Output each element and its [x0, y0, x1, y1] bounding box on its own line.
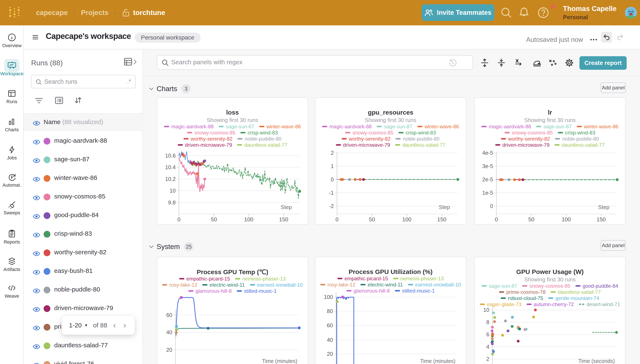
svg-text:-1: -1 [329, 190, 334, 196]
svg-text:Step: Step [439, 204, 450, 210]
svg-text:80: 80 [327, 308, 333, 314]
svg-text:8: 8 [486, 319, 489, 325]
svg-text:Time (minutes): Time (minutes) [420, 358, 456, 364]
svg-text:150: 150 [597, 216, 606, 222]
svg-text:50: 50 [528, 216, 534, 222]
svg-text:100: 100 [562, 216, 571, 222]
svg-text:Step: Step [281, 204, 292, 210]
svg-text:20: 20 [166, 347, 172, 353]
svg-text:1: 1 [331, 163, 334, 169]
svg-text:1e-5: 1e-5 [482, 190, 493, 196]
svg-text:2: 2 [331, 150, 334, 156]
svg-text:-2: -2 [329, 203, 334, 209]
svg-text:100: 100 [324, 294, 333, 300]
svg-text:9.8: 9.8 [168, 200, 176, 206]
svg-text:60: 60 [327, 322, 333, 328]
svg-text:100: 100 [244, 216, 253, 222]
svg-text:6: 6 [486, 332, 489, 337]
svg-text:40: 40 [166, 329, 172, 335]
svg-text:0: 0 [335, 216, 338, 222]
svg-text:2e-5: 2e-5 [482, 176, 493, 182]
svg-text:Time (seconds): Time (seconds) [578, 358, 615, 364]
svg-text:0: 0 [177, 216, 180, 222]
svg-text:4: 4 [486, 344, 489, 350]
svg-text:10.4: 10.4 [165, 164, 176, 170]
svg-text:10: 10 [483, 307, 489, 313]
svg-text:2: 2 [486, 356, 489, 362]
svg-text:0: 0 [331, 176, 334, 182]
svg-text:150: 150 [437, 216, 446, 222]
svg-text:10.2: 10.2 [165, 176, 176, 182]
svg-text:150: 150 [279, 216, 288, 222]
svg-text:40: 40 [327, 337, 333, 343]
svg-text:Time (minutes): Time (minutes) [262, 358, 297, 364]
svg-text:3e-5: 3e-5 [482, 163, 493, 169]
svg-text:60: 60 [166, 312, 172, 318]
svg-text:0: 0 [490, 203, 493, 209]
svg-text:10.6: 10.6 [165, 152, 176, 158]
svg-text:100: 100 [402, 216, 411, 222]
svg-text:Step: Step [598, 204, 609, 210]
svg-text:10: 10 [170, 188, 176, 194]
svg-text:4e-5: 4e-5 [482, 150, 493, 156]
svg-text:50: 50 [369, 216, 375, 222]
svg-text:0: 0 [495, 216, 498, 222]
svg-text:20: 20 [327, 351, 333, 357]
svg-text:50: 50 [211, 216, 217, 222]
